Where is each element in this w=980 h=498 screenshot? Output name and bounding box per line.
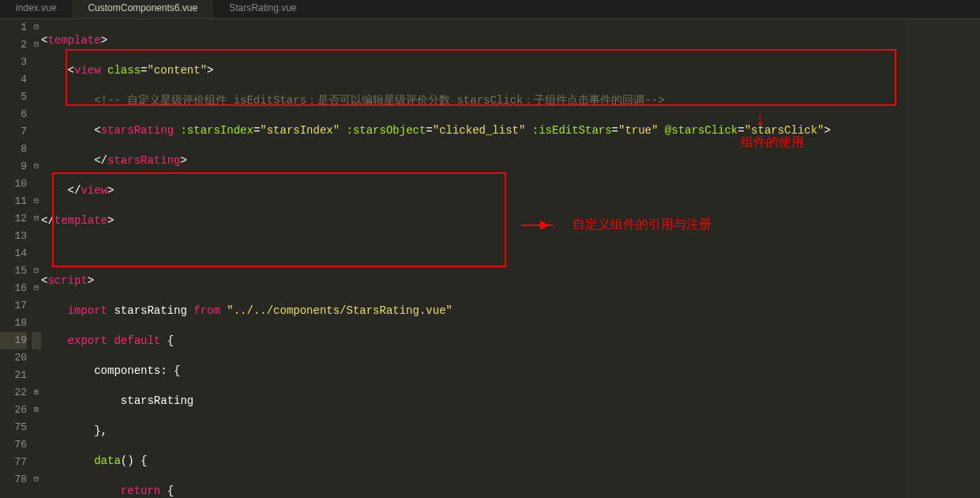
tab-stars-rating[interactable]: StarsRating.vue (213, 0, 312, 18)
tab-index[interactable]: index.vue (0, 0, 72, 18)
code-area[interactable]: <template> <view class="content"> <!-- 自… (41, 19, 980, 498)
tab-bar: index.vue CustomComponents6.vue StarsRat… (0, 0, 980, 19)
fold-gutter: ⊟ ⊟ ⊟ ⊟ ⊟ ⊟ ⊟ ⊞ ⊞ ⊟ (32, 19, 41, 498)
minimap[interactable] (905, 19, 980, 498)
line-gutter: 1 2 3 4 5 6 7 8 9 10 11 12 13 14 15 16 1… (0, 19, 32, 498)
tab-custom-components[interactable]: CustomComponents6.vue (72, 0, 213, 18)
code-editor[interactable]: 1 2 3 4 5 6 7 8 9 10 11 12 13 14 15 16 1… (0, 19, 980, 498)
